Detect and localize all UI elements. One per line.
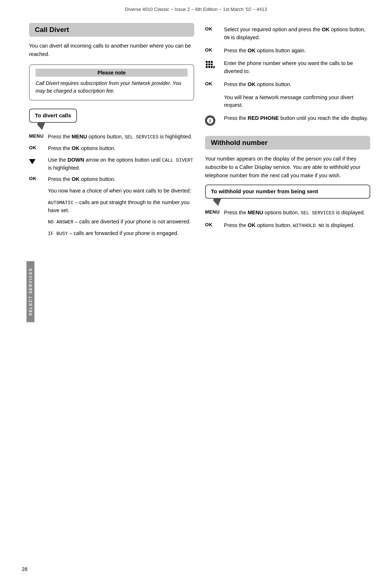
svg-text:i: i xyxy=(209,118,211,124)
key-blank-3 xyxy=(29,218,48,218)
down-arrow-icon xyxy=(29,159,36,164)
text-automatic: AUTOMATIC – calls are put straight throu… xyxy=(48,199,194,215)
withhold-number-section: Withhold number Your number appears on t… xyxy=(205,136,370,230)
withhold-number-title: Withhold number xyxy=(205,136,370,150)
divert-instructions: MENU Press the MENU options button, SEL … xyxy=(29,133,194,238)
svg-rect-7 xyxy=(208,66,210,68)
key-blank-2 xyxy=(29,199,48,199)
keypad-icon xyxy=(205,60,215,70)
text-ok-2: Press the OK options button. xyxy=(48,175,194,183)
withhold-instructions: MENU Press the MENU options button, SEL … xyxy=(205,209,370,230)
key-w-menu: MENU xyxy=(205,209,224,215)
svg-rect-3 xyxy=(206,64,208,65)
page-number: 28 xyxy=(22,566,28,572)
text-noanswer: NO ANSWER – calls are diverted if your p… xyxy=(48,218,194,226)
key-blank-1 xyxy=(29,187,48,187)
svg-rect-6 xyxy=(206,66,208,68)
text-ok-r3: Press the OK options button. xyxy=(224,81,370,89)
instr-row-choice: You now have a choice of when you want c… xyxy=(29,187,194,195)
callout-title-divert: To divert calls xyxy=(35,112,71,118)
instr-row-w-menu: MENU Press the MENU options button, SEL … xyxy=(205,209,370,217)
key-w-ok: OK xyxy=(205,222,224,227)
to-divert-calls-callout: To divert calls xyxy=(29,109,194,130)
key-ok-r2: OK xyxy=(205,47,224,53)
key-down xyxy=(29,156,48,165)
left-column: Call Divert You can divert all incoming … xyxy=(29,23,194,248)
key-ok-2: OK xyxy=(29,175,48,181)
please-note-body: Call Divert requires subscription from y… xyxy=(36,80,188,95)
please-note-title: Please note xyxy=(36,69,188,77)
key-keypad xyxy=(205,60,224,72)
text-ok-r2: Press the OK options button again. xyxy=(224,47,370,55)
svg-rect-5 xyxy=(211,64,213,65)
instr-row-phone: i Press the RED PHONE button until you r… xyxy=(205,114,370,126)
call-divert-intro: You can divert all incoming calls to ano… xyxy=(29,42,194,58)
right-divert-section: OK Select your required option and press… xyxy=(205,26,370,126)
instr-row-ok-r3: OK Press the OK options button. xyxy=(205,81,370,89)
key-blank-r1 xyxy=(205,94,224,94)
circle-phone-icon: i xyxy=(205,116,215,126)
text-down: Use the DOWN arrow on the options button… xyxy=(48,156,194,172)
instr-row-noanswer: NO ANSWER – calls are diverted if your p… xyxy=(29,218,194,226)
instr-row-ok-r1: OK Select your required option and press… xyxy=(205,26,370,42)
svg-rect-4 xyxy=(208,64,210,65)
to-withhold-callout: To withhold your number from being sent xyxy=(205,185,370,206)
right-column: OK Select your required option and press… xyxy=(205,23,370,248)
call-divert-title: Call Divert xyxy=(29,23,194,37)
please-note-box: Please note Call Divert requires subscri… xyxy=(29,64,194,101)
call-divert-section: Call Divert You can divert all incoming … xyxy=(29,23,194,238)
instr-row-ifbusy: IF BUSY – calls are forwarded if your ph… xyxy=(29,230,194,238)
text-w-menu: Press the MENU options button, SEL SERVI… xyxy=(224,209,370,217)
text-keypad: Enter the phone number where you want th… xyxy=(224,60,370,76)
key-blank-4 xyxy=(29,230,48,230)
text-menu-1: Press the MENU options button, SEL SERVI… xyxy=(48,133,194,141)
svg-rect-2 xyxy=(211,61,213,63)
instr-row-automatic: AUTOMATIC – calls are put straight throu… xyxy=(29,199,194,215)
instr-row-confirm: You will hear a Network message confirmi… xyxy=(205,94,370,110)
text-phone: Press the RED PHONE button until you rea… xyxy=(224,114,370,122)
text-choice: You now have a choice of when you want c… xyxy=(48,187,194,195)
key-ok-r1: OK xyxy=(205,26,224,32)
svg-rect-1 xyxy=(208,61,210,63)
instr-row-w-ok: OK Press the OK options button, WITHHOLD… xyxy=(205,222,370,230)
side-tab: SELECT SERVICES xyxy=(26,261,34,322)
instr-row-ok-2: OK Press the OK options button. xyxy=(29,175,194,183)
text-confirm: You will hear a Network message confirmi… xyxy=(224,94,370,110)
key-ok-r3: OK xyxy=(205,81,224,86)
instr-row-ok-1: OK Press the OK options button. xyxy=(29,145,194,153)
text-ok-r1: Select your required option and press th… xyxy=(224,26,370,42)
key-phone: i xyxy=(205,114,224,126)
instr-row-down: Use the DOWN arrow on the options button… xyxy=(29,156,194,172)
withhold-intro: Your number appears on the display of th… xyxy=(205,155,370,180)
text-w-ok: Press the OK options button, WITHHOLD NO… xyxy=(224,222,370,230)
instr-row-ok-r2: OK Press the OK options button again. xyxy=(205,47,370,55)
callout-title-withhold: To withhold your number from being sent xyxy=(211,188,318,194)
text-ifbusy: IF BUSY – calls are forwarded if your ph… xyxy=(48,230,194,238)
svg-rect-0 xyxy=(206,61,208,63)
text-ok-1: Press the OK options button. xyxy=(48,145,194,153)
right-divert-instructions: OK Select your required option and press… xyxy=(205,26,370,126)
instr-row-keypad: Enter the phone number where you want th… xyxy=(205,60,370,76)
callout-box-divert: To divert calls xyxy=(29,109,77,123)
svg-rect-8 xyxy=(211,66,213,68)
key-ok-1: OK xyxy=(29,145,48,150)
instr-row-menu: MENU Press the MENU options button, SEL … xyxy=(29,133,194,141)
key-menu-1: MENU xyxy=(29,133,48,139)
page-header: Diverse 4010 Classic ~ Issue 2 ~ 6th Edi… xyxy=(0,0,392,16)
callout-box-withhold: To withhold your number from being sent xyxy=(205,185,370,199)
red-phone-icon: i xyxy=(206,117,214,125)
